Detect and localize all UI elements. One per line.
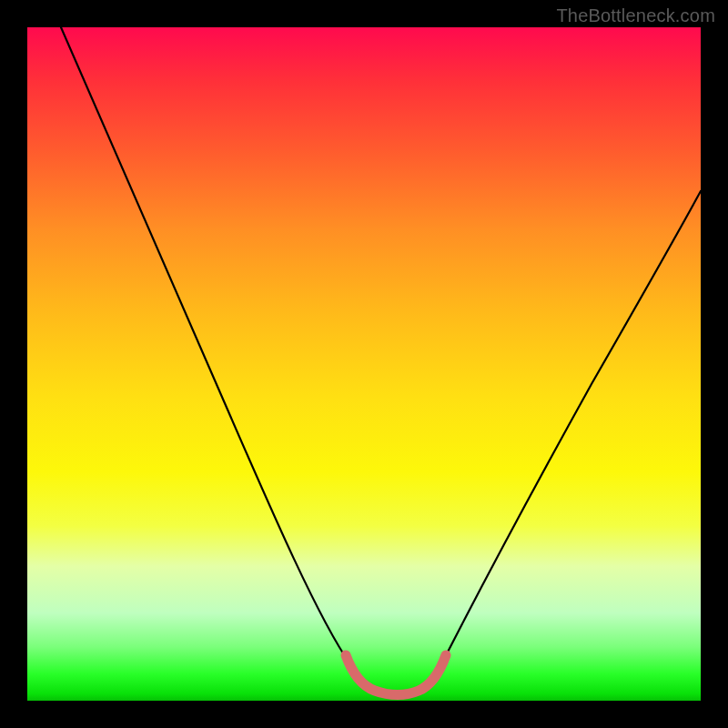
chart-frame: TheBottleneck.com (0, 0, 728, 728)
watermark-text: TheBottleneck.com (556, 5, 715, 26)
bottleneck-curve (61, 27, 701, 693)
optimal-zone-highlight (346, 655, 446, 695)
curve-layer (27, 27, 701, 701)
plot-area (27, 27, 701, 701)
